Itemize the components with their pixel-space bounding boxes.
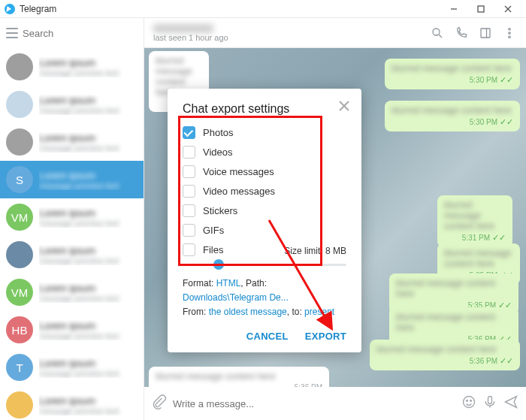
export-option-label: Videos [203, 147, 233, 158]
export-option[interactable]: Videos [183, 146, 346, 159]
chat-item-preview: message preview text [39, 144, 138, 153]
checkbox[interactable] [183, 224, 195, 237]
chat-title [153, 24, 213, 33]
svg-point-8 [467, 400, 468, 402]
checkbox[interactable] [183, 204, 195, 217]
window-titlebar: Telegram [0, 0, 526, 18]
sidebar-panel-icon[interactable] [478, 26, 493, 41]
avatar: S [6, 166, 33, 193]
checkbox[interactable] [183, 126, 195, 139]
svg-point-6 [509, 36, 510, 38]
svg-point-2 [433, 29, 440, 35]
export-option[interactable]: GIFs [183, 224, 346, 237]
menu-button[interactable] [6, 24, 18, 42]
export-option[interactable]: Stickers [183, 204, 346, 217]
message-text: blurred message content here [444, 200, 506, 231]
path-link[interactable]: Downloads\Telegram De... [183, 292, 289, 303]
call-icon[interactable] [454, 26, 469, 41]
size-limit-slider[interactable] [183, 264, 346, 266]
more-icon[interactable] [502, 26, 517, 41]
checkbox[interactable] [183, 146, 195, 159]
message-bubble[interactable]: blurred message content here 5:30 PM ✓✓ [385, 59, 520, 89]
export-option-label: Video messages [203, 186, 275, 197]
export-meta: Format: HTML, Path: Downloads\Telegram D… [183, 276, 346, 320]
app-title: Telegram [20, 4, 56, 14]
export-button[interactable]: EXPORT [305, 331, 346, 342]
chat-list: Lorem ipsum message preview text Lorem i… [0, 48, 144, 420]
chat-item-preview: message preview text [39, 294, 138, 303]
message-bubble[interactable]: blurred message content here 5:31 PM ✓✓ [437, 195, 512, 247]
chat-list-item[interactable]: Lorem ipsum message preview text [0, 123, 144, 161]
from-link[interactable]: the oldest message [209, 307, 287, 317]
chat-list-item[interactable]: HB Lorem ipsum message preview text [0, 311, 144, 349]
chat-list-item[interactable]: S Lorem ipsum message preview text [0, 161, 144, 198]
checkbox[interactable] [183, 185, 195, 198]
svg-rect-3 [481, 29, 490, 38]
chat-item-preview: message preview text [39, 256, 138, 265]
chat-list-item[interactable]: Lorem ipsum message preview text [0, 48, 144, 86]
export-option[interactable]: Photos [183, 126, 346, 139]
window-minimize-button[interactable] [440, 0, 467, 18]
sidebar: Lorem ipsum message preview text Lorem i… [0, 18, 144, 420]
export-option-label: Photos [203, 127, 233, 138]
message-text: blurred message content here [376, 344, 513, 355]
avatar: T [6, 354, 33, 381]
export-option[interactable]: Video messages [183, 185, 346, 198]
svg-rect-10 [488, 397, 492, 404]
chat-item-name: Lorem ipsum [39, 320, 138, 331]
message-text: blurred message content here [396, 312, 512, 333]
chat-list-item[interactable]: VM Lorem ipsum message preview text [0, 198, 144, 236]
window-maximize-button[interactable] [467, 0, 494, 18]
avatar: VM [6, 204, 33, 231]
window-close-button[interactable] [494, 0, 521, 18]
message-text: blurred message content here [396, 278, 512, 299]
chat-list-item[interactable]: Lorem ipsum message preview text [0, 236, 144, 273]
format-link[interactable]: HTML [216, 278, 241, 289]
chat-item-name: Lorem ipsum [39, 245, 138, 256]
chat-item-preview: message preview text [39, 181, 138, 190]
avatar: VM [6, 279, 33, 306]
export-option[interactable]: Voice messages [183, 165, 346, 178]
modal-close-button[interactable] [337, 99, 351, 113]
chat-item-name: Lorem ipsum [39, 358, 138, 369]
export-option-label: Stickers [203, 205, 237, 216]
chat-list-item[interactable]: Lorem ipsum message preview text [0, 386, 144, 420]
to-link[interactable]: present [304, 307, 334, 317]
svg-point-9 [470, 400, 472, 402]
export-option-label: Voice messages [203, 166, 274, 177]
message-bubble[interactable]: blurred message content here 5:30 PM ✓✓ [385, 101, 520, 131]
message-input[interactable] [173, 398, 455, 409]
chat-list-item[interactable]: VM Lorem ipsum message preview text [0, 273, 144, 311]
mic-icon[interactable] [482, 394, 497, 412]
send-button[interactable] [503, 394, 518, 412]
attach-icon[interactable] [152, 394, 167, 412]
checkbox[interactable] [183, 165, 195, 178]
telegram-app-icon [5, 4, 15, 14]
checkbox[interactable] [183, 243, 195, 256]
message-time: 5:30 PM ✓✓ [391, 75, 513, 85]
message-text: blurred message content here [391, 105, 513, 116]
export-option-label: GIFs [203, 225, 224, 236]
search-chat-icon[interactable] [430, 26, 445, 41]
message-text: blurred message content here [391, 63, 513, 74]
chat-list-item[interactable]: T Lorem ipsum message preview text [0, 349, 144, 386]
cancel-button[interactable]: CANCEL [246, 331, 289, 342]
search-input[interactable] [23, 23, 149, 44]
avatar [6, 128, 33, 156]
svg-point-7 [464, 397, 475, 408]
message-bubble[interactable]: blurred message content here 5:36 PM ✓✓ [370, 340, 520, 370]
chat-item-preview: message preview text [39, 106, 138, 115]
chat-item-preview: message preview text [39, 406, 138, 415]
chat-item-name: Lorem ipsum [39, 170, 138, 181]
message-text: blurred message content here [444, 248, 513, 269]
avatar: HB [6, 316, 33, 343]
chat-list-item[interactable]: Lorem ipsum message preview text [0, 86, 144, 123]
chat-item-name: Lorem ipsum [39, 207, 138, 219]
chat-item-name: Lorem ipsum [39, 283, 138, 294]
message-time: 5:31 PM ✓✓ [444, 233, 506, 243]
svg-point-5 [509, 32, 510, 33]
emoji-icon[interactable] [461, 394, 476, 412]
message-composer [144, 387, 526, 420]
message-bubble[interactable]: blurred message content here 5:36 PM [149, 367, 329, 387]
message-time: 5:36 PM [156, 383, 322, 387]
